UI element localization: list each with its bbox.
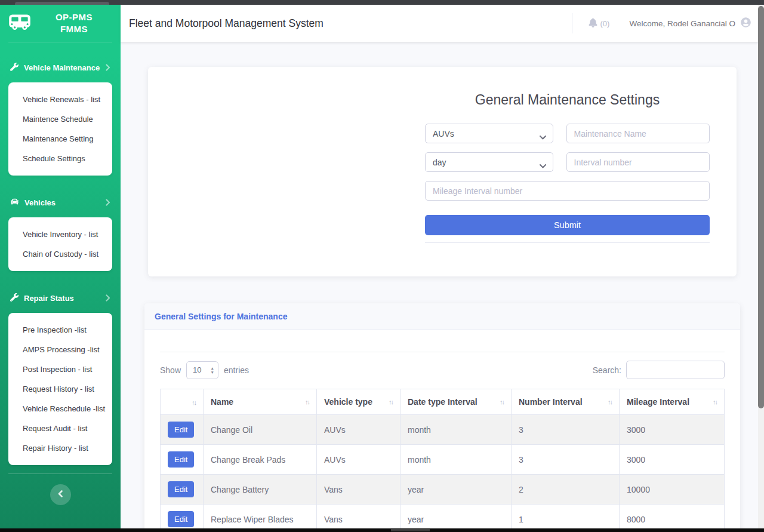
column-header-actions[interactable]: ↑↓ (161, 389, 204, 415)
sidebar-divider (8, 42, 112, 42)
sidebar-item-maintenance-setting[interactable]: Maintenance Setting (8, 129, 112, 149)
sidebar-item-vehicle-renewals[interactable]: Vehicle Renewals - list (8, 90, 112, 109)
table-card-header: General Settings for Maintenance (144, 303, 740, 330)
cell-date-type-interval: year (401, 505, 512, 529)
table-card-title: General Settings for Maintenance (155, 312, 288, 321)
chevron-right-icon (106, 64, 110, 71)
topbar: Fleet and Motorpool Management System (0… (121, 5, 764, 42)
sidebar-item-pre-inspection[interactable]: Pre Inspection -list (8, 320, 112, 340)
chevron-left-icon (58, 490, 63, 499)
edit-button[interactable]: Edit (168, 511, 194, 527)
sidebar-item-vehicle-reschedule[interactable]: Vehicle Reschedule -list (8, 399, 112, 419)
submenu-repair-status: Pre Inspection -list AMPS Processing -li… (8, 313, 112, 465)
search-input[interactable] (626, 361, 725, 379)
sort-arrows-icon: ↑↓ (713, 398, 717, 405)
main-area: Fleet and Motorpool Management System (0… (121, 5, 764, 528)
column-header-number-interval[interactable]: ↑↓Number Interval (512, 389, 620, 415)
sidebar-item-request-audit[interactable]: Request Audit - list (8, 419, 112, 438)
horizontal-scrollbar-thumb[interactable] (391, 529, 430, 531)
maintenance-settings-card: General Maintenance Settings AUVs (148, 67, 737, 276)
interval-number-input[interactable] (566, 152, 710, 172)
cell-date-type-interval: month (401, 445, 512, 475)
sidebar-section-label: Repair Status (24, 294, 74, 303)
scrollbar-thumb[interactable] (758, 6, 764, 408)
table-row: Edit Change Break Pads AUVs month 3 3000 (161, 445, 725, 475)
date-type-select[interactable]: day (425, 152, 553, 172)
maintenance-settings-form: General Maintenance Settings AUVs (425, 67, 710, 243)
submenu-vehicle-maintenance: Vehicle Renewals - list Maintence Schedu… (8, 82, 112, 176)
browser-chrome-top (0, 0, 764, 5)
submit-button[interactable]: Submit (425, 215, 710, 235)
entries-label: entries (224, 365, 249, 375)
cell-name: Change Oil (204, 415, 317, 445)
table-header-row: ↑↓ ↑↓Name ↑↓Vehicle type ↑↓Date type Int… (161, 389, 725, 415)
cell-date-type-interval: year (401, 475, 512, 505)
sidebar-item-maintence-schedule[interactable]: Maintence Schedule (8, 109, 112, 129)
wrench-icon (10, 293, 19, 303)
form-divider (425, 242, 710, 243)
column-header-name[interactable]: ↑↓Name (204, 389, 317, 415)
cell-number-interval: 2 (512, 475, 620, 505)
bus-icon (8, 13, 31, 33)
cell-number-interval: 1 (512, 505, 620, 529)
sidebar-item-post-inspection[interactable]: Post Inspection - list (8, 359, 112, 379)
cell-mileage-interval: 3000 (620, 415, 725, 445)
column-header-vehicle-type[interactable]: ↑↓Vehicle type (317, 389, 401, 415)
brand-title: OP-PMS FMMS (36, 11, 112, 35)
maintenance-table: ↑↓ ↑↓Name ↑↓Vehicle type ↑↓Date type Int… (160, 389, 725, 528)
sidebar-section-repair-status[interactable]: Repair Status (0, 293, 121, 303)
table-divider (160, 352, 725, 352)
sidebar: OP-PMS FMMS Vehicle Maintenance Vehicle … (0, 5, 121, 528)
maintenance-name-input[interactable] (566, 124, 710, 143)
edit-button[interactable]: Edit (168, 481, 194, 497)
sidebar-item-chain-of-custody[interactable]: Chain of Custody - list (8, 244, 112, 264)
table-row: Edit Change Oil AUVs month 3 3000 (161, 415, 725, 445)
table-row: Edit Replace Wiper Blades Vans year 1 80… (161, 505, 725, 529)
sidebar-section-label: Vehicle Maintenance (24, 63, 100, 72)
sort-arrows-icon: ↑↓ (305, 398, 309, 405)
mileage-interval-input[interactable] (425, 181, 710, 201)
welcome-text: Welcome, Rodel Ganancial O (629, 19, 735, 28)
cell-number-interval: 3 (512, 445, 620, 475)
chevron-right-icon (106, 294, 110, 302)
cell-vehicle-type: Vans (317, 475, 401, 505)
column-header-date-type-interval[interactable]: ↑↓Date type Interval (401, 389, 512, 415)
search-label: Search: (593, 365, 621, 375)
cell-vehicle-type: AUVs (317, 445, 401, 475)
sidebar-section-vehicles[interactable]: Vehicles (0, 197, 121, 208)
user-icon (741, 17, 751, 30)
bell-icon (589, 18, 597, 29)
notifications-button[interactable]: (0) (589, 18, 610, 29)
sidebar-item-vehicle-inventory[interactable]: Vehicle Inventory - list (8, 225, 112, 244)
cell-mileage-interval: 10000 (620, 475, 725, 505)
sidebar-item-amps-processing[interactable]: AMPS Processing -list (8, 340, 112, 359)
vehicle-type-select[interactable]: AUVs (425, 124, 553, 143)
cell-date-type-interval: month (401, 415, 512, 445)
sidebar-item-schedule-settings[interactable]: Schedule Settings (8, 149, 112, 168)
sort-arrows-icon: ↑↓ (192, 399, 196, 406)
brand-link[interactable]: OP-PMS FMMS (0, 5, 121, 42)
sidebar-item-repair-history[interactable]: Repair History - list (8, 438, 112, 458)
account-menu[interactable]: Welcome, Rodel Ganancial O (629, 17, 751, 30)
sidebar-divider (8, 473, 112, 474)
browser-tab[interactable] (15, 2, 109, 5)
cell-name: Replace Wiper Blades (204, 505, 317, 529)
notifications-count: (0) (600, 19, 610, 28)
edit-button[interactable]: Edit (168, 451, 194, 468)
wrench-icon (10, 63, 19, 73)
column-header-mileage-interval[interactable]: ↑↓Mileage Interval (620, 389, 725, 415)
browser-chrome-bottom (0, 528, 764, 532)
edit-button[interactable]: Edit (168, 422, 194, 438)
sidebar-section-vehicle-maintenance[interactable]: Vehicle Maintenance (0, 62, 121, 73)
page-scrollbar[interactable] (758, 5, 764, 528)
sidebar-section-label: Vehicles (24, 198, 56, 207)
content-area: General Maintenance Settings AUVs (121, 42, 764, 528)
sidebar-collapse-button[interactable] (50, 484, 71, 505)
cell-vehicle-type: Vans (317, 505, 401, 529)
page-length-select[interactable]: 10 (186, 361, 218, 379)
sort-arrows-icon: ↑↓ (389, 398, 393, 405)
sidebar-item-request-history[interactable]: Request History - list (8, 379, 112, 399)
form-title: General Maintenance Settings (425, 92, 710, 108)
app-window: OP-PMS FMMS Vehicle Maintenance Vehicle … (0, 5, 764, 528)
cell-name: Change Break Pads (204, 445, 317, 475)
